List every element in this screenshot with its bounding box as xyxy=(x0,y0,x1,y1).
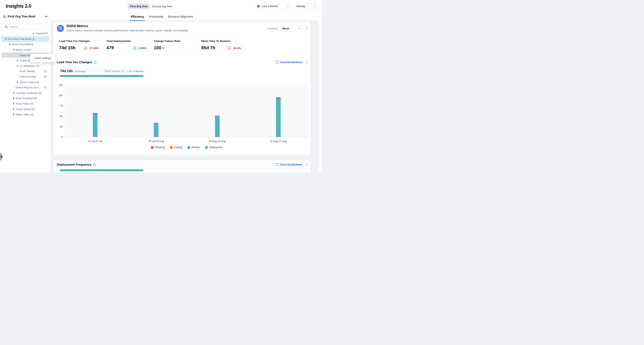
stat-card-value: 85d 7h xyxy=(201,45,216,50)
chevron-right-icon[interactable] xyxy=(16,59,19,62)
bar-segment-deployment xyxy=(215,116,220,137)
legend-swatch xyxy=(205,146,208,149)
legend-item-planning[interactable]: Planning xyxy=(151,146,165,149)
granularity-select[interactable]: Weekly xyxy=(294,3,318,9)
tree-item-liz-whittome-1[interactable]: Liz Whittome (1) xyxy=(2,63,49,69)
bar-28-jul-03-aug[interactable] xyxy=(154,85,158,137)
tree-item-label: Direct Reports of A... xyxy=(16,86,41,89)
org-tree-toggle: First Org Tree Second Org Tree xyxy=(127,3,175,9)
dora-metrics-panel: DORA Metrics DORA metrics measure softwa… xyxy=(53,22,311,156)
tree-item-tony-pallas-5[interactable]: Tony Pallas (5) xyxy=(2,101,49,106)
bar-segment-planning xyxy=(154,123,158,124)
top-bar: Insights 2.0 First Org Tree Second Org T… xyxy=(0,0,322,12)
tree-item-label: Todd Bromley xyxy=(20,75,36,78)
trend-up-arrow-icon: ↗ xyxy=(132,46,137,51)
chart-plot-area xyxy=(65,85,309,137)
tree-item-maya-yette-3[interactable]: Maya Yette (3) xyxy=(2,112,49,117)
sidebar-header[interactable]: First Org Tree Root xyxy=(0,12,50,21)
tree-item-anna-scozzafava[interactable]: Anna Scozzafava xyxy=(2,42,49,47)
tree-item-lindsay-liszewski-8[interactable]: Lindsay Liszewski (8) xyxy=(2,90,49,96)
dora-header: DORA Metrics DORA metrics measure softwa… xyxy=(55,24,309,34)
tree-item-direct-reports-of-a[interactable]: Direct Reports of A... xyxy=(2,85,49,90)
team-settings-sliders-icon[interactable] xyxy=(44,70,46,73)
search-input[interactable] xyxy=(9,25,46,28)
info-icon[interactable] xyxy=(121,70,124,72)
tabs: Efficiency Productivity Business Alignme… xyxy=(130,12,193,21)
deployment-section-header: Deployment Frequency View Breakdown xyxy=(57,162,309,167)
legend-label: Deployment xyxy=(209,146,223,149)
deployment-section-title: Deployment Frequency xyxy=(57,163,92,166)
stat-cards-row: Lead Time For Changes74d 15h↗27.56%Total… xyxy=(56,36,244,54)
tree-item-jason-coats-3[interactable]: Jason Coats (3) xyxy=(2,80,49,85)
dora-title: DORA Metrics xyxy=(66,24,88,28)
gridline-100 xyxy=(65,96,309,96)
chevron-right-icon[interactable] xyxy=(12,108,15,110)
tab-business-alignment[interactable]: Business Alignment xyxy=(168,12,193,21)
tree-item-label: Mary Lowery xyxy=(16,48,31,51)
tree-item-todd-bromley[interactable]: Todd Bromley xyxy=(2,74,49,80)
chevron-down-icon[interactable] xyxy=(4,38,7,40)
tab-productivity[interactable]: Productivity xyxy=(148,12,164,21)
chevron-right-icon[interactable] xyxy=(12,92,15,94)
search-box[interactable] xyxy=(3,24,48,30)
legend-item-deployment[interactable]: Deployment xyxy=(205,146,223,149)
gridline-0 xyxy=(65,137,309,137)
view-breakdown-link[interactable]: View Breakdown xyxy=(276,60,302,64)
toggle-first-org-tree[interactable]: First Org Tree xyxy=(128,4,150,9)
stat-card-delta: ↗27.56% xyxy=(83,46,99,51)
info-icon[interactable] xyxy=(94,61,97,64)
chevron-right-icon[interactable] xyxy=(16,81,19,84)
x-tick-label: 11 Aug-17 Aug xyxy=(270,140,286,143)
scrollbar-track[interactable] xyxy=(318,21,322,172)
tree-item-scott-tarkett[interactable]: Scott Tarkett xyxy=(2,69,49,74)
bar-segment-deployment xyxy=(276,99,281,137)
tab-efficiency[interactable]: Efficiency xyxy=(130,12,144,21)
expand-all-label: Expand All xyxy=(36,32,48,35)
legend-swatch xyxy=(151,146,154,149)
toggle-second-org-tree[interactable]: Second Org Tree xyxy=(150,4,174,9)
stat-card-delta-pct: 27.56% xyxy=(89,46,99,50)
divider: | xyxy=(125,70,126,73)
y-tick-label: 0 xyxy=(61,136,62,138)
stat-card-change-failure-rate: Change Failure Rate100% xyxy=(151,36,196,54)
view-breakdown-link[interactable]: View Breakdown xyxy=(276,163,302,166)
stat-card-total-deployments: Total Deployments479↗3.68% xyxy=(104,36,149,54)
bar-21-jul-27-jul[interactable] xyxy=(93,85,98,137)
stat-card-lead-time-for-changes: Lead Time For Changes74d 15h↗27.56% xyxy=(56,36,101,54)
kebab-menu-icon[interactable] xyxy=(305,60,309,65)
tree-item-mary-lowery[interactable]: Mary Lowery xyxy=(2,47,49,52)
granularity-value: Weekly xyxy=(296,5,305,8)
showing-select[interactable]: Mean xyxy=(280,25,303,32)
chevron-up-icon[interactable] xyxy=(45,16,48,17)
chevron-right-icon[interactable] xyxy=(12,102,15,105)
legend-item-coding[interactable]: Coding xyxy=(170,146,182,149)
bar-04-aug-10-aug[interactable] xyxy=(215,85,220,137)
legend-item-review[interactable]: Review xyxy=(188,146,200,149)
stat-card-label: Lead Time For Changes xyxy=(59,40,99,42)
chevron-right-icon[interactable] xyxy=(12,113,15,116)
y-tick-label: 125 xyxy=(58,84,62,86)
avg-bar-segment-deployment xyxy=(62,75,144,77)
kebab-menu-icon[interactable] xyxy=(305,162,309,167)
tree-item-jason-stead-4[interactable]: Jason Stead (4) xyxy=(2,106,49,112)
view-breakdown-label: View Breakdown xyxy=(280,60,302,64)
bar-11-aug-17-aug[interactable] xyxy=(276,85,281,137)
chevron-down-icon[interactable] xyxy=(8,43,11,46)
stat-card-delta-pct: 3.68% xyxy=(138,46,146,50)
date-range-select[interactable]: Last 4 Weeks xyxy=(255,3,291,9)
tree-item-brian-kirkland-6[interactable]: Brian Kirkland (6) xyxy=(2,96,49,101)
kebab-menu-icon[interactable] xyxy=(305,26,309,31)
team-settings-sliders-icon[interactable] xyxy=(44,86,46,89)
trend-up-arrow-icon: ↗ xyxy=(83,46,88,51)
team-settings-tooltip: Team settings xyxy=(30,54,56,62)
info-icon[interactable] xyxy=(93,163,96,166)
stat-card-label: Change Failure Rate xyxy=(154,40,194,42)
expand-all-button[interactable]: Expand All xyxy=(32,32,48,35)
team-settings-sliders-icon[interactable] xyxy=(44,75,46,78)
chevron-down-icon[interactable] xyxy=(12,48,15,51)
chevron-right-icon[interactable] xyxy=(12,97,15,100)
chevron-down-icon xyxy=(298,28,300,29)
avg-bar-segment-review xyxy=(60,75,62,77)
chevron-right-icon[interactable] xyxy=(16,64,19,67)
tree-item-first-org-tree-root-1[interactable]: First Org Tree Root (1) xyxy=(2,36,49,42)
